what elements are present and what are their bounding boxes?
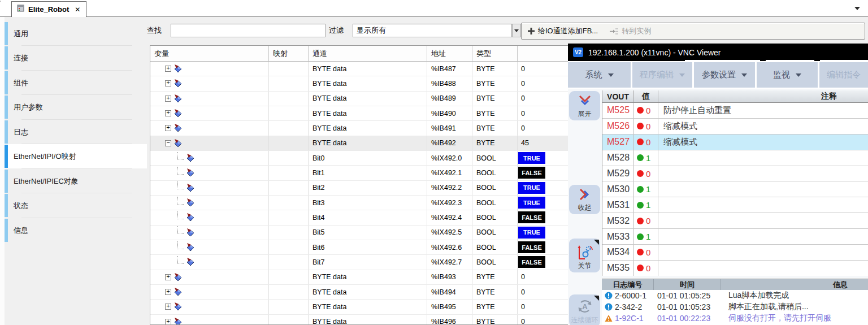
menu-5[interactable]: 编辑指令 bbox=[819, 62, 868, 88]
sidebar-item-1[interactable]: 通用 bbox=[5, 21, 147, 46]
vout-value: 0 bbox=[634, 213, 658, 228]
log-row[interactable]: 2-6000-101-01 01:05:25Lua脚本加载完成 bbox=[602, 290, 868, 301]
io-channel-icon bbox=[186, 243, 195, 252]
expand-node-icon[interactable]: + bbox=[165, 319, 171, 325]
io-type-cell: BYTE bbox=[472, 300, 518, 314]
io-toolbar-buttons: 给IO通道添加FB... 转到实例 bbox=[521, 23, 865, 40]
io-variable-cell bbox=[150, 240, 269, 254]
io-column-header-1[interactable]: 变量 bbox=[150, 46, 269, 61]
expand-node-icon[interactable]: + bbox=[165, 289, 171, 295]
io-channel-cell: BYTE data bbox=[309, 92, 427, 106]
io-variable-cell: − bbox=[150, 136, 269, 150]
sidebar-item-label: 信息 bbox=[14, 226, 28, 236]
log-id: 1-92C-1 bbox=[615, 314, 656, 323]
menu-4[interactable]: 监视 bbox=[757, 62, 818, 88]
io-address-cell: %IB491 bbox=[427, 121, 472, 135]
sidebar-separator bbox=[21, 168, 132, 169]
io-channel-cell: Bit3 bbox=[309, 196, 427, 210]
vout-value-number: 0 bbox=[646, 122, 650, 131]
io-channel-icon bbox=[173, 288, 183, 296]
vout-table: VOUT值注释 M5250防护停止自动重置M5260缩减模式M5270缩减模式M… bbox=[602, 90, 868, 276]
io-column-header-4[interactable]: 地址 bbox=[427, 46, 472, 61]
vnc-title-bar[interactable]: V2 192.168.1.200 (x11vnc) - VNC Viewer bbox=[568, 44, 868, 61]
sidebar-item-4[interactable]: 用户参数 bbox=[5, 95, 147, 119]
io-type-cell: BOOL bbox=[472, 255, 518, 269]
io-mapping-cell bbox=[269, 121, 309, 135]
vout-value: 0 bbox=[634, 119, 658, 134]
log-row[interactable]: 2-342-201-01 01:05:23脚本正在加载,请稍后... bbox=[602, 301, 868, 313]
expand-node-icon[interactable]: + bbox=[165, 125, 171, 131]
io-address-cell: %IB490 bbox=[427, 106, 472, 120]
vout-row-M535[interactable]: M5350 bbox=[602, 261, 868, 276]
io-column-header-5[interactable]: 类型 bbox=[472, 46, 518, 61]
sidebar-item-5[interactable]: 日志 bbox=[5, 120, 147, 144]
goto-instance-button[interactable]: 转到实例 bbox=[604, 23, 657, 39]
pendant-content: 展开收起关节A连续循环 VOUT值注释 M5250防护停止自动重置M5260缩减… bbox=[568, 89, 868, 325]
expand-node-icon[interactable]: + bbox=[165, 110, 171, 116]
sidebar-item-2[interactable]: 连接 bbox=[5, 46, 147, 70]
io-type-cell: BYTE bbox=[472, 76, 518, 90]
vout-name: M530 bbox=[602, 181, 634, 197]
vout-row-M529[interactable]: M5290 bbox=[602, 166, 868, 182]
io-type-cell: BYTE bbox=[472, 285, 518, 299]
tab-elite-robot[interactable]: Elite_Robot ✕ bbox=[11, 1, 86, 17]
sidebar-item-7[interactable]: EtherNet/IPIEC对象 bbox=[5, 169, 147, 193]
io-channel-cell: BYTE data bbox=[309, 62, 427, 76]
vout-comment bbox=[658, 261, 868, 276]
add-fb-button[interactable]: 给IO通道添加FB... bbox=[522, 23, 604, 39]
log-column-header-1: 日志编号 bbox=[602, 279, 654, 290]
io-variable-cell bbox=[150, 226, 269, 240]
vout-column-header-3: 注释 bbox=[658, 90, 868, 102]
log-row[interactable]: 1-92C-101-01 00:22:23伺服没有打开，请先打开伺服 bbox=[602, 313, 868, 324]
expand-node-icon[interactable]: + bbox=[165, 274, 171, 280]
expand-node-icon[interactable]: + bbox=[165, 96, 171, 102]
side-button-collapse[interactable]: 收起 bbox=[569, 185, 600, 214]
side-button-expand[interactable]: 展开 bbox=[569, 91, 600, 120]
expand-node-icon[interactable]: + bbox=[165, 66, 171, 72]
vout-name: M535 bbox=[602, 261, 634, 276]
filter-dropdown-button[interactable] bbox=[512, 24, 521, 37]
side-button-loop[interactable]: A连续循环 bbox=[569, 294, 600, 325]
sidebar-item-3[interactable]: 组件 bbox=[5, 71, 147, 95]
io-type-cell: BOOL bbox=[472, 210, 518, 224]
tab-close-icon[interactable]: ✕ bbox=[75, 6, 80, 14]
bool-value-badge: TRUE bbox=[518, 152, 545, 164]
state-dot-icon bbox=[637, 202, 644, 209]
window-list-dropdown-icon[interactable] bbox=[854, 7, 860, 10]
vout-row-M528[interactable]: M5281 bbox=[602, 150, 868, 166]
sidebar-item-8[interactable]: 状态 bbox=[5, 193, 147, 218]
add-fb-label: 给IO通道添加FB... bbox=[538, 26, 598, 36]
expand-node-icon[interactable]: + bbox=[165, 304, 171, 310]
io-channel-cell: BYTE data bbox=[309, 300, 427, 314]
vout-row-M527[interactable]: M5270缩减模式 bbox=[602, 135, 868, 150]
io-variable-cell bbox=[150, 166, 269, 180]
vout-column-header-1: VOUT bbox=[602, 90, 634, 102]
find-input[interactable] bbox=[171, 24, 326, 37]
vout-row-M533[interactable]: M5331 bbox=[602, 229, 868, 245]
tab-title: Elite_Robot bbox=[28, 5, 69, 14]
vout-row-M525[interactable]: M5250防护停止自动重置 bbox=[602, 103, 868, 119]
io-column-header-3[interactable]: 通道 bbox=[309, 46, 427, 61]
io-column-header-2[interactable]: 映射 bbox=[269, 46, 309, 61]
log-id: 2-6000-1 bbox=[615, 291, 656, 300]
log-message: Lua脚本加载完成 bbox=[723, 291, 868, 301]
vout-row-M531[interactable]: M5311 bbox=[602, 197, 868, 213]
filter-select[interactable]: 显示所有 bbox=[353, 24, 512, 37]
expand-node-icon[interactable]: + bbox=[165, 80, 171, 86]
vout-row-M530[interactable]: M5301 bbox=[602, 181, 868, 197]
io-channel-cell: Bit4 bbox=[309, 210, 427, 224]
sidebar-item-6[interactable]: EtherNet/IPI/O映射 bbox=[5, 144, 147, 168]
plus-icon bbox=[527, 27, 535, 35]
menu-2[interactable]: 程序编辑 bbox=[632, 62, 692, 88]
vout-name: M533 bbox=[602, 229, 634, 244]
menu-1[interactable]: 系统 bbox=[568, 62, 631, 88]
sidebar-item-9[interactable]: 信息 bbox=[5, 218, 147, 242]
collapse-node-icon[interactable]: − bbox=[165, 140, 171, 146]
vout-row-M532[interactable]: M5320 bbox=[602, 213, 868, 229]
vout-value-number: 0 bbox=[646, 263, 650, 273]
vout-comment: 防护停止自动重置 bbox=[658, 103, 868, 118]
menu-3[interactable]: 参数设置 bbox=[694, 62, 755, 88]
side-button-joint[interactable]: 关节 bbox=[569, 239, 600, 272]
vout-row-M534[interactable]: M5340 bbox=[602, 245, 868, 261]
vout-row-M526[interactable]: M5260缩减模式 bbox=[602, 119, 868, 135]
